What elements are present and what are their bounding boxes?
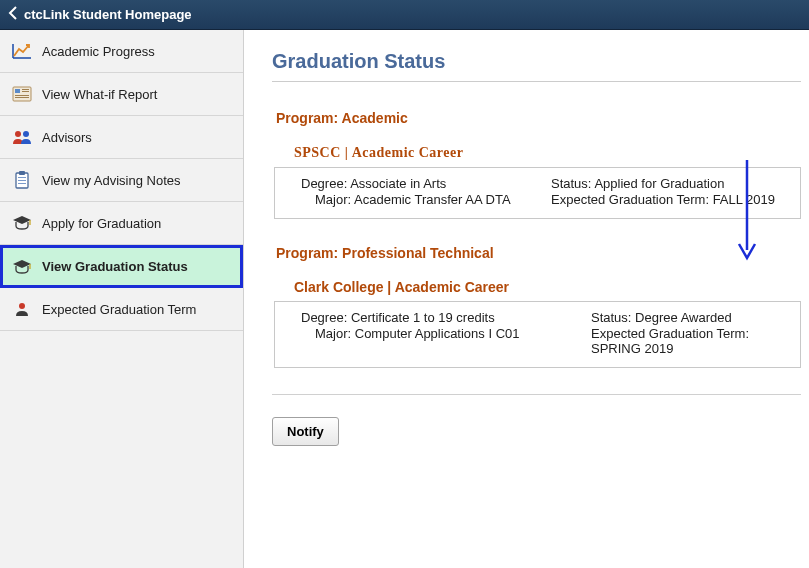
svg-point-7	[23, 131, 29, 137]
sidebar-item-label: Apply for Graduation	[42, 216, 161, 231]
career-details-box: Degree: Certificate 1 to 19 credits Majo…	[274, 301, 801, 368]
program-label: Program: Academic	[276, 110, 801, 126]
sidebar: Academic Progress View What-if Report Ad…	[0, 30, 244, 568]
status-line: Status: Degree Awarded	[591, 310, 788, 325]
svg-rect-3	[15, 97, 29, 98]
header-title[interactable]: ctcLink Student Homepage	[24, 7, 192, 22]
program-label: Program: Professional Technical	[276, 245, 801, 261]
people-icon	[12, 128, 32, 146]
career-details-box: Degree: Associate in Arts Major: Academi…	[274, 167, 801, 219]
svg-rect-5	[22, 91, 29, 92]
career-label: SPSCC | Academic Career	[294, 144, 801, 161]
sidebar-item-label: Expected Graduation Term	[42, 302, 196, 317]
degree-line: Degree: Certificate 1 to 19 credits	[301, 310, 591, 325]
sidebar-item-expected-term[interactable]: Expected Graduation Term	[0, 288, 243, 331]
page-title: Graduation Status	[272, 50, 801, 82]
status-line: Status: Applied for Graduation	[551, 176, 788, 191]
major-line: Major: Computer Applications I C01	[301, 326, 591, 341]
svg-point-13	[19, 303, 25, 309]
sidebar-item-label: View Graduation Status	[42, 259, 188, 274]
sidebar-item-label: Advisors	[42, 130, 92, 145]
report-icon	[12, 85, 32, 103]
svg-rect-4	[22, 89, 29, 90]
graduation-cap-icon	[12, 214, 32, 232]
sidebar-item-apply-graduation[interactable]: Apply for Graduation	[0, 202, 243, 245]
sidebar-item-view-graduation-status[interactable]: View Graduation Status	[0, 245, 243, 288]
back-icon[interactable]	[8, 6, 18, 23]
header-bar: ctcLink Student Homepage	[0, 0, 809, 30]
term-line: Expected Graduation Term: FALL 2019	[551, 192, 788, 207]
svg-rect-9	[19, 171, 25, 175]
sidebar-item-advising-notes[interactable]: View my Advising Notes	[0, 159, 243, 202]
svg-rect-10	[18, 177, 26, 178]
sidebar-item-label: View What-if Report	[42, 87, 157, 102]
sidebar-item-label: Academic Progress	[42, 44, 155, 59]
svg-rect-2	[15, 95, 29, 96]
svg-rect-1	[15, 89, 20, 93]
major-line: Major: Academic Transfer AA DTA	[301, 192, 551, 207]
chart-line-icon	[12, 42, 32, 60]
sidebar-item-what-if[interactable]: View What-if Report	[0, 73, 243, 116]
divider	[272, 394, 801, 395]
svg-rect-11	[18, 180, 26, 181]
sidebar-item-label: View my Advising Notes	[42, 173, 181, 188]
degree-line: Degree: Associate in Arts	[301, 176, 551, 191]
career-label: Clark College | Academic Career	[294, 279, 801, 295]
svg-rect-12	[18, 183, 26, 184]
graduation-cap-icon	[12, 258, 32, 276]
clipboard-icon	[12, 171, 32, 189]
main-content: Graduation Status Program: Academic SPSC…	[244, 30, 809, 568]
term-line: Expected Graduation Term: SPRING 2019	[591, 326, 788, 356]
notify-button[interactable]: Notify	[272, 417, 339, 446]
svg-point-6	[15, 131, 21, 137]
person-icon	[12, 300, 32, 318]
sidebar-item-advisors[interactable]: Advisors	[0, 116, 243, 159]
sidebar-item-academic-progress[interactable]: Academic Progress	[0, 30, 243, 73]
